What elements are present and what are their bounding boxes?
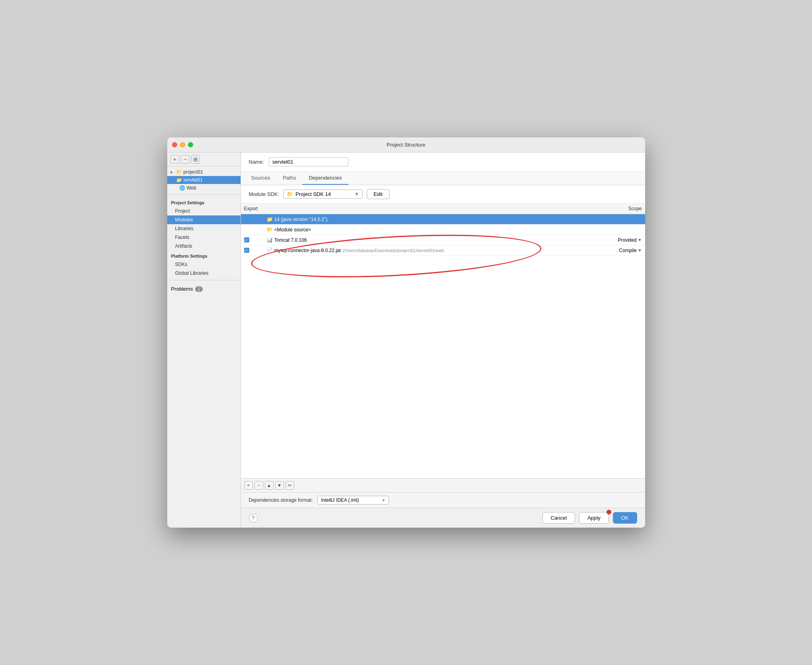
- jdk-icon: 📁: [266, 216, 273, 222]
- sidebar-label-sdks: SDKs: [175, 262, 188, 267]
- platform-settings-header: Platform Settings: [167, 250, 241, 260]
- dep-name-text-module-source: <Module source>: [274, 227, 311, 233]
- dep-header-name: [265, 205, 597, 212]
- mysql-icon: 📄: [266, 247, 273, 253]
- dep-export-mysql[interactable]: [241, 247, 265, 254]
- storage-dropdown-arrow: ▼: [382, 498, 385, 503]
- tree-label-web: Web: [187, 185, 196, 191]
- module-source-icon: 📁: [266, 227, 273, 233]
- tab-paths[interactable]: Paths: [276, 172, 302, 185]
- edit-dep-button[interactable]: ✏: [286, 481, 294, 490]
- storage-value: IntelliJ IDEA (.iml): [321, 497, 359, 503]
- bottom-bar: ? Cancel Apply OK: [241, 508, 645, 528]
- sidebar-item-sdks[interactable]: SDKs: [167, 260, 241, 269]
- tomcat-checkbox[interactable]: [244, 237, 249, 243]
- folder-icon-sdk: 📁: [287, 191, 293, 197]
- dep-scope-tomcat[interactable]: Provided ▼: [597, 237, 645, 244]
- traffic-lights: [172, 142, 193, 147]
- sidebar-item-problems[interactable]: Problems 1: [167, 283, 241, 295]
- main-panel: Name: Sources Paths Dependencies Module …: [241, 153, 645, 528]
- name-label: Name:: [249, 159, 264, 165]
- tree-label-project01: project01: [184, 169, 203, 175]
- sidebar-item-artifacts[interactable]: Artifacts: [167, 242, 241, 250]
- sidebar-item-modules[interactable]: Modules: [167, 215, 241, 224]
- sidebar-item-libraries[interactable]: Libraries: [167, 224, 241, 233]
- sdk-value: Project SDK 14: [295, 191, 331, 197]
- dep-rows-container: 📁 14 (java version "14.0.2") 📁 <Module s…: [241, 214, 645, 478]
- tree-item-servlet01[interactable]: ▼ 📁 servlet01: [167, 176, 241, 184]
- name-row: Name:: [241, 153, 645, 172]
- tab-sources[interactable]: Sources: [245, 172, 277, 185]
- dep-name-text-jdk: 14 (java version "14.0.2"): [274, 217, 328, 222]
- ok-button[interactable]: OK: [613, 512, 637, 524]
- storage-label: Dependencies storage format:: [249, 497, 313, 503]
- mysql-checkbox[interactable]: [244, 248, 249, 253]
- apply-dot-indicator: [607, 510, 611, 514]
- tree-item-project01[interactable]: ▶ 📁 project01: [167, 168, 241, 176]
- copy-module-button[interactable]: ⊞: [191, 155, 200, 164]
- dep-name-text-tomcat: Tomcat 7.0.106: [274, 237, 307, 243]
- minimize-button[interactable]: [180, 142, 185, 147]
- dep-name-text-mysql: mysql-connector-java-8.0.22.jar: [274, 248, 341, 253]
- sidebar-label-libraries: Libraries: [175, 226, 194, 231]
- sidebar-item-project[interactable]: Project: [167, 207, 241, 215]
- window-title: Project Structure: [387, 142, 425, 148]
- problems-label: Problems: [171, 286, 193, 292]
- storage-select[interactable]: IntelliJ IDEA (.iml) ▼: [317, 496, 389, 505]
- dep-row-mysql[interactable]: 📄 mysql-connector-java-8.0.22.jar (/User…: [241, 245, 645, 256]
- tree-arrow-servlet01: ▼: [170, 178, 174, 182]
- sdk-label: Module SDK:: [249, 191, 280, 197]
- edit-sdk-button[interactable]: Edit: [367, 189, 389, 199]
- dep-header-export: Export: [241, 205, 265, 212]
- project-settings-header: Project Settings: [167, 197, 241, 207]
- remove-module-button[interactable]: −: [181, 155, 190, 164]
- dep-name-module-source: 📁 <Module source>: [265, 226, 597, 233]
- remove-dep-button[interactable]: −: [254, 481, 263, 490]
- problems-badge: 1: [195, 286, 202, 292]
- dep-toolbar: + − ▲ ▼ ✏: [241, 478, 645, 492]
- tree-arrow: ▶: [170, 170, 174, 174]
- sidebar-label-facets: Facets: [175, 235, 190, 240]
- move-up-button[interactable]: ▲: [265, 481, 274, 490]
- dep-name-mysql: 📄 mysql-connector-java-8.0.22.jar (/User…: [265, 246, 597, 254]
- dep-row-jdk[interactable]: 📁 14 (java version "14.0.2"): [241, 214, 645, 225]
- dep-export-tomcat[interactable]: [241, 237, 265, 243]
- sidebar-item-facets[interactable]: Facets: [167, 233, 241, 242]
- tomcat-scope-arrow: ▼: [638, 238, 642, 242]
- dep-row-module-source[interactable]: 📁 <Module source>: [241, 225, 645, 235]
- tab-dependencies[interactable]: Dependencies: [302, 172, 348, 185]
- name-input[interactable]: [269, 157, 348, 166]
- dep-scope-module-source: [597, 229, 645, 231]
- dep-scope-jdk: [597, 219, 645, 220]
- apply-button[interactable]: Apply: [579, 512, 609, 524]
- help-button[interactable]: ?: [249, 514, 258, 522]
- cancel-button[interactable]: Cancel: [542, 512, 575, 524]
- sidebar-label-global-libraries: Global Libraries: [175, 270, 209, 276]
- dep-header-scope: Scope: [597, 205, 645, 212]
- move-down-button[interactable]: ▼: [275, 481, 284, 490]
- dep-scope-mysql[interactable]: Compile ▼: [597, 247, 645, 254]
- dep-path-mysql: (/Users/liukaixia/Downloads/project01/se…: [343, 248, 444, 253]
- dep-rows: 📁 14 (java version "14.0.2") 📁 <Module s…: [241, 214, 645, 256]
- maximize-button[interactable]: [188, 142, 193, 147]
- sdk-row: Module SDK: 📁 Project SDK 14 ▼ Edit: [241, 185, 645, 203]
- dep-name-tomcat: 📊 Tomcat 7.0.106: [265, 236, 597, 244]
- titlebar: Project Structure: [167, 137, 645, 153]
- sidebar-tree: ▶ 📁 project01 ▼ 📁 servlet01 🌐 Web Projec…: [167, 166, 241, 528]
- add-module-button[interactable]: +: [170, 155, 179, 164]
- close-button[interactable]: [172, 142, 177, 147]
- dep-row-tomcat[interactable]: 📊 Tomcat 7.0.106 Provided ▼: [241, 235, 645, 245]
- mysql-scope-label: Compile: [619, 248, 637, 253]
- dep-table-header: Export Scope: [241, 203, 645, 214]
- web-icon: 🌐: [179, 185, 185, 191]
- sidebar-label-modules: Modules: [175, 217, 193, 223]
- sidebar-label-artifacts: Artifacts: [175, 243, 192, 249]
- folder-icon: 📁: [176, 169, 182, 175]
- tree-item-web[interactable]: 🌐 Web: [167, 184, 241, 192]
- add-dep-button[interactable]: +: [244, 481, 253, 490]
- storage-row: Dependencies storage format: IntelliJ ID…: [241, 492, 645, 508]
- dep-name-jdk: 📁 14 (java version "14.0.2"): [265, 215, 597, 223]
- sdk-select[interactable]: 📁 Project SDK 14 ▼: [283, 190, 363, 199]
- sidebar-item-global-libraries[interactable]: Global Libraries: [167, 269, 241, 278]
- sidebar: + − ⊞ ▶ 📁 project01 ▼ 📁 servlet01 🌐: [167, 153, 241, 528]
